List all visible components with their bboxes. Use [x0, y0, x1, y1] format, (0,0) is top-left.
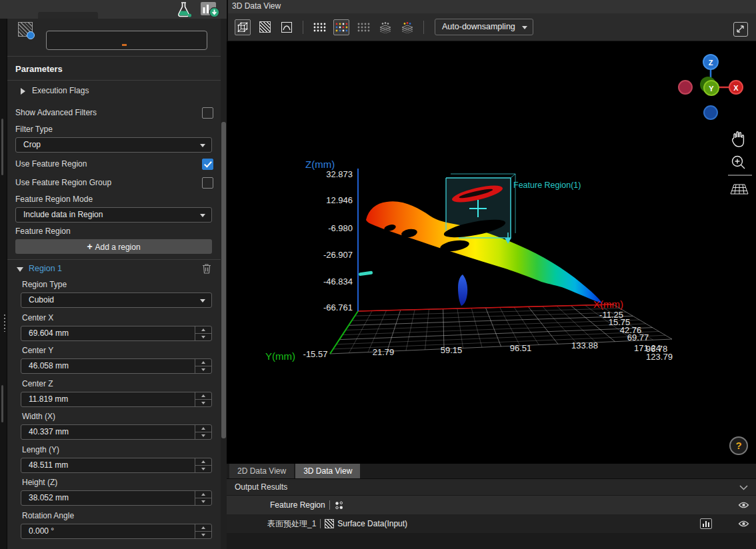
- filter-type-select[interactable]: Crop: [15, 137, 212, 153]
- rail-scroll-thumb-2[interactable]: [1, 385, 3, 422]
- help-button[interactable]: ?: [729, 436, 748, 455]
- output-row-label: Feature Region: [270, 500, 325, 510]
- svg-text:21.79: 21.79: [373, 347, 395, 357]
- spin-down-icon[interactable]: [195, 432, 212, 440]
- use-feature-region-label: Use Feature Region: [15, 159, 87, 169]
- rotation-angle-label: Rotation Angle: [22, 511, 74, 520]
- use-feature-region-checkbox[interactable]: [202, 159, 213, 170]
- region-collapse-icon[interactable]: [17, 267, 23, 272]
- tab-2d-data-view[interactable]: 2D Data View: [229, 464, 294, 478]
- x-tick-labels: -11.25 15.75 42.76 69.77 96.78 123.79: [599, 310, 673, 362]
- width-x-label: Width (X): [22, 412, 55, 421]
- visibility-eye-icon[interactable]: [738, 520, 749, 528]
- spin-up-icon[interactable]: [195, 392, 212, 400]
- panel-scrollbar[interactable]: [221, 19, 227, 549]
- chevron-down-icon: [200, 299, 205, 302]
- spin-up-icon[interactable]: [195, 458, 212, 466]
- use-feature-region-group-checkbox[interactable]: [202, 177, 213, 189]
- ground-grid-toggle-icon[interactable]: [731, 185, 748, 194]
- spin-down-icon[interactable]: [195, 366, 212, 374]
- svg-text:96.51: 96.51: [510, 343, 532, 353]
- feature-region-mode-label: Feature Region Mode: [15, 195, 93, 204]
- row-separator: [329, 500, 330, 510]
- visibility-eye-icon[interactable]: [738, 501, 749, 509]
- spin-down-icon[interactable]: [195, 532, 212, 539]
- center-z-label: Center Z: [22, 379, 53, 388]
- layers-gray-button[interactable]: [377, 19, 393, 35]
- curve-view-button[interactable]: [279, 19, 295, 35]
- spin-up-icon[interactable]: [195, 524, 212, 532]
- view-cube-button[interactable]: [235, 19, 251, 35]
- spin-down-icon[interactable]: [195, 334, 212, 341]
- execution-flags-label[interactable]: Execution Flags: [32, 86, 89, 95]
- spin-up-icon[interactable]: [195, 425, 212, 432]
- x-axis-line: [358, 304, 613, 311]
- chevron-down-icon[interactable]: [739, 485, 748, 490]
- spin-up-icon[interactable]: [195, 326, 212, 334]
- spin-down-icon[interactable]: [195, 498, 212, 506]
- chevron-down-icon: [522, 26, 527, 29]
- data-name-label: Surface Data(Input): [337, 519, 407, 528]
- center-x-spinbox[interactable]: 69.604 mm: [21, 326, 212, 341]
- rotation-angle-spinbox[interactable]: 0.000 °: [21, 524, 212, 539]
- gizmo-neg-x-handle[interactable]: [679, 81, 692, 94]
- chevron-down-icon: [200, 144, 205, 147]
- y-tick-labels: -15.57 21.79 59.15 96.51 133.88 171.24: [303, 340, 661, 359]
- surface-preprocess-step-icon[interactable]: [18, 22, 33, 37]
- region-type-label: Region Type: [22, 280, 67, 289]
- zoom-tool-icon[interactable]: [733, 157, 745, 169]
- region-1-title[interactable]: Region 1: [29, 264, 62, 273]
- svg-text:-15.57: -15.57: [303, 349, 328, 359]
- tab-3d-data-view[interactable]: 3D Data View: [295, 464, 360, 478]
- points-white-button[interactable]: [311, 19, 327, 35]
- add-region-button[interactable]: +Add a region: [15, 239, 212, 254]
- data-download-icon[interactable]: [200, 1, 220, 18]
- row-separator: [320, 519, 321, 528]
- svg-text:Y: Y: [709, 85, 714, 93]
- downsampling-value: Auto-downsampling: [442, 22, 515, 31]
- filter-type-value: Crop: [23, 140, 41, 149]
- y-axis-line: [330, 311, 358, 354]
- app-window: Parameters Execution Flags Show Advanced…: [0, 0, 756, 549]
- region-type-select[interactable]: Cuboid: [21, 292, 212, 308]
- pan-hand-icon[interactable]: [733, 132, 744, 147]
- gizmo-neg-z-handle[interactable]: [704, 106, 717, 119]
- show-advanced-filters-checkbox[interactable]: [202, 107, 213, 119]
- z-tick-labels: 32.873 12.946 -6.980 -26.907 -46.834 -66…: [323, 169, 353, 312]
- execution-flags-expander-icon[interactable]: [21, 88, 25, 95]
- splitter-grip[interactable]: [4, 314, 5, 332]
- layers-color-button[interactable]: [399, 19, 415, 35]
- rail-scroll-thumb[interactable]: [1, 119, 3, 175]
- points-color-button[interactable]: [333, 19, 349, 35]
- z-axis-label: Z(mm): [305, 159, 335, 170]
- spin-down-icon[interactable]: [195, 400, 212, 407]
- spin-down-icon[interactable]: [195, 466, 212, 473]
- output-row-surface-data[interactable]: 表面预处理_1 Surface Data(Input): [227, 514, 756, 533]
- center-y-spinbox[interactable]: 46.058 mm: [21, 358, 212, 374]
- panel-scroll-thumb[interactable]: [221, 122, 226, 438]
- center-z-spinbox[interactable]: 11.819 mm: [21, 392, 212, 407]
- step-name-label: 表面预处理_1: [267, 518, 316, 530]
- spin-up-icon[interactable]: [195, 491, 212, 498]
- expand-view-button[interactable]: [733, 22, 748, 37]
- length-y-spinbox[interactable]: 48.511 mm: [21, 458, 212, 473]
- points-gray-button[interactable]: [355, 19, 371, 35]
- experiment-flask-icon[interactable]: [176, 1, 192, 18]
- output-row-feature-region[interactable]: Feature Region: [227, 496, 756, 514]
- width-x-spinbox[interactable]: 40.337 mm: [21, 424, 212, 440]
- downsampling-dropdown[interactable]: Auto-downsampling: [435, 19, 533, 35]
- viewport-3d[interactable]: Feature Region(1) Z(mm) Y(mm) X(mm) 32.8…: [227, 41, 756, 463]
- histogram-button[interactable]: [700, 518, 712, 529]
- feature-region-tag: Feature Region(1): [513, 181, 581, 190]
- height-z-spinbox[interactable]: 38.052 mm: [21, 490, 212, 506]
- svg-text:59.15: 59.15: [441, 345, 463, 355]
- spin-up-icon[interactable]: [195, 359, 212, 366]
- trash-icon[interactable]: [201, 263, 212, 274]
- point-cloud-fragment: [458, 274, 467, 306]
- view-toolbar: Auto-downsampling: [227, 13, 756, 41]
- output-results-header[interactable]: Output Results: [227, 478, 756, 496]
- orientation-gizmo[interactable]: Z Y X: [679, 55, 743, 119]
- step-name-input[interactable]: [46, 31, 207, 50]
- hatch-view-button[interactable]: [257, 19, 273, 35]
- feature-region-mode-select[interactable]: Include data in Region: [15, 207, 212, 223]
